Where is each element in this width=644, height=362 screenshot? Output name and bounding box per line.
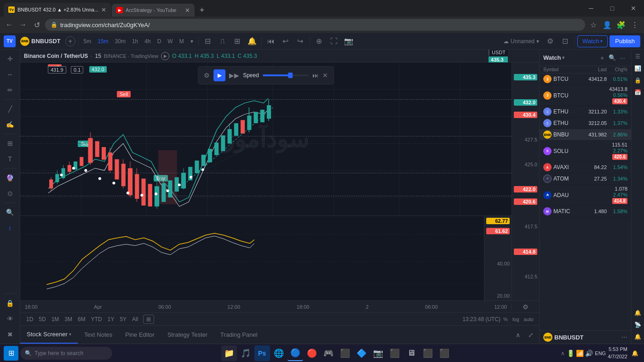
list-item[interactable]: Ξ ETHU 3211.20 1.33% xyxy=(540,106,631,118)
maximize-btn[interactable]: □ xyxy=(602,0,623,17)
tab1-close[interactable]: ✕ xyxy=(101,6,106,13)
panel-collapse-btn[interactable]: ∧ xyxy=(512,328,524,341)
gann-tool[interactable]: ⊞ xyxy=(3,136,17,151)
menu-icon[interactable]: ⋮ xyxy=(629,19,640,30)
taskbar-app-app2[interactable]: 🎮 xyxy=(321,345,336,361)
move-tool[interactable]: ↔ xyxy=(3,67,17,82)
ri-lock-icon[interactable]: 🔒 xyxy=(633,75,643,85)
tab2-close[interactable]: ✕ xyxy=(185,7,190,14)
fullscreen-btn[interactable]: ⛶ xyxy=(328,35,340,48)
eye-tool[interactable]: 👁 xyxy=(3,311,17,326)
undo-btn[interactable]: ↩ xyxy=(279,35,292,48)
tf-30m[interactable]: 30m xyxy=(113,37,128,45)
list-item[interactable]: ₳ ADAU 1.078 2.47% 414.8 xyxy=(540,185,631,206)
ri-signal-icon[interactable]: 📡 xyxy=(633,320,643,330)
fib-tool[interactable]: ⊙ xyxy=(3,186,17,201)
period-1d[interactable]: 1D xyxy=(24,315,35,323)
watchlist-more-btn[interactable]: ··· xyxy=(617,53,627,63)
speed-handle[interactable] xyxy=(288,73,293,78)
replay-settings-icon[interactable]: ⚙ xyxy=(204,72,210,79)
tf-M[interactable]: M xyxy=(177,37,186,45)
new-tab-btn[interactable]: + xyxy=(196,4,208,17)
browser-tab-2[interactable]: ▶ ArzStrategy - YouTube ✕ xyxy=(112,4,195,17)
watchlist-search-btn[interactable]: 🔍 xyxy=(607,53,617,63)
list-item[interactable]: ₿ BTCU 43412.8 0.51% xyxy=(540,74,631,85)
taskbar-app-chrome[interactable]: 🔵 xyxy=(288,345,303,361)
period-ytd[interactable]: YTD xyxy=(89,315,104,323)
tray-icon-2[interactable]: 📶 xyxy=(576,350,584,357)
crosshair-tool[interactable]: ✛ xyxy=(3,51,17,66)
chart-name-btn[interactable]: ☁ Unnamed ▾ xyxy=(500,37,542,45)
add-alert-btn[interactable]: + xyxy=(65,36,75,46)
crosshair-btn[interactable]: ⊕ xyxy=(313,35,326,48)
screenshot-btn[interactable]: 📷 xyxy=(342,35,355,48)
layout-btn[interactable]: ⊡ xyxy=(558,35,571,48)
tab-trading-panel[interactable]: Trading Panel xyxy=(214,326,264,344)
list-item[interactable]: Ξ ETHU 3212.05 1.37% xyxy=(540,118,631,129)
taskbar-app-app1[interactable]: 🔴 xyxy=(304,345,320,361)
taskbar-app-app4[interactable]: 🔷 xyxy=(354,345,369,361)
browser-tab-1[interactable]: TV BNBUSDT 432.0 ▲ +2.83% Unna... ✕ xyxy=(4,3,111,17)
list-item[interactable]: A AVAXI 84.22 1.54% xyxy=(540,162,631,173)
pen-tool[interactable]: ✍ xyxy=(3,117,17,132)
notification-center-btn[interactable]: 🔔 xyxy=(629,348,640,359)
list-item[interactable]: BNB BNBU 431.982 2.86% xyxy=(540,129,631,141)
auto-btn[interactable]: auto xyxy=(522,316,535,323)
alert-btn[interactable]: 🔔 xyxy=(246,35,259,48)
tray-arrow[interactable]: ∧ xyxy=(561,350,565,356)
period-6m[interactable]: 6M xyxy=(75,315,88,323)
panel-expand-btn[interactable]: ⤢ xyxy=(524,328,537,341)
taskbar-app-app9[interactable]: ⬛ xyxy=(437,345,452,361)
pct-btn[interactable]: % xyxy=(501,316,510,323)
minimize-btn[interactable]: ─ xyxy=(581,0,602,17)
taskbar-app-app6[interactable]: ⬛ xyxy=(387,345,402,361)
tray-icon-3[interactable]: 🔊 xyxy=(585,350,593,357)
watchlist-add-btn[interactable]: + xyxy=(597,53,607,63)
period-1y[interactable]: 1Y xyxy=(105,315,117,323)
bnbusdt-more[interactable]: ··· xyxy=(621,333,627,341)
oscillator-canvas[interactable] xyxy=(20,216,484,300)
tab-stock-screener[interactable]: Stock Screener ▾ xyxy=(20,326,78,344)
period-all[interactable]: All xyxy=(130,315,140,323)
ri-bell-icon[interactable]: 🔔 xyxy=(633,332,643,342)
tab-pine-editor[interactable]: Pine Editor xyxy=(119,326,161,344)
text-tool[interactable]: T xyxy=(3,152,17,166)
lock-tool[interactable]: 🔒 xyxy=(3,296,17,311)
close-btn[interactable]: ✕ xyxy=(623,0,644,17)
watch-btn[interactable]: Watch ▾ xyxy=(577,35,608,47)
tf-5m[interactable]: 5m xyxy=(81,37,94,45)
tf-W[interactable]: W xyxy=(165,37,175,45)
period-5d[interactable]: 5D xyxy=(36,315,48,323)
list-item[interactable]: M MATIC 1.480 1.58% xyxy=(540,206,631,217)
publish-btn[interactable]: Publish xyxy=(610,35,640,47)
start-btn[interactable]: ⊞ xyxy=(4,346,18,361)
time-settings[interactable]: ⚙ xyxy=(512,303,539,311)
profile-icon[interactable]: 👤 xyxy=(602,19,613,30)
ri-chart-icon[interactable]: 📊 xyxy=(633,63,643,74)
replay-fast-forward[interactable]: ▶▶ xyxy=(229,72,239,79)
main-chart[interactable]: سودآموز ▲ 2 431.9 0.1 432.0 Sell xyxy=(20,62,512,215)
replay-play-btn[interactable]: ▶ xyxy=(213,69,225,81)
taskbar-app-app3[interactable]: ⬛ xyxy=(337,345,353,361)
tf-4h[interactable]: 4h xyxy=(142,37,153,45)
indicators-btn[interactable]: ⎍ xyxy=(216,35,229,48)
zoom-tool[interactable]: 🔍 xyxy=(3,205,17,220)
measure-tool[interactable]: ↕ xyxy=(3,221,17,235)
tray-time[interactable]: 5:53 PM 4/7/2022 xyxy=(608,346,627,360)
bnbusdt-bottom[interactable]: BNB BNBUSDT ··· xyxy=(540,330,631,344)
list-item[interactable]: ₿ BTCU 43413.8 0.56% 430.4 xyxy=(540,85,631,106)
taskbar-app-edge[interactable]: 🌐 xyxy=(271,345,287,361)
replay-end-btn[interactable]: ⏭ xyxy=(312,72,319,79)
ri-alert-icon[interactable]: 🔔 xyxy=(633,308,643,318)
period-5y[interactable]: 5Y xyxy=(117,315,129,323)
extensions-icon[interactable]: 🧩 xyxy=(615,19,627,30)
templates-btn[interactable]: ⊞ xyxy=(231,35,244,48)
symbol-selector[interactable]: BNB BNBUSDT xyxy=(17,36,63,47)
forward-btn[interactable]: → xyxy=(17,19,29,30)
tray-icon-1[interactable]: 🔋 xyxy=(567,350,575,357)
chart-type-btn[interactable]: ⊟ xyxy=(201,35,214,48)
draw-tool[interactable]: ✏ xyxy=(3,83,17,97)
chart-play-btn[interactable]: ▶ xyxy=(161,52,169,60)
period-3m[interactable]: 3M xyxy=(62,315,75,323)
log-btn[interactable]: log xyxy=(511,316,521,323)
